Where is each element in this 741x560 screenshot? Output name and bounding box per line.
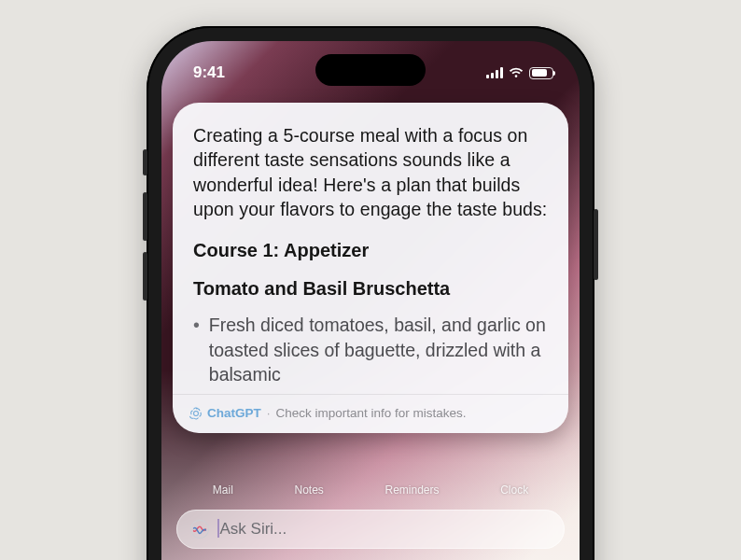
wifi-icon [509,67,524,78]
svg-point-0 [194,411,199,415]
text-caret [217,519,219,538]
bullet-text: Fresh diced tomatoes, basil, and garlic … [209,313,548,386]
iphone-frame: 9:41 Creating a 5-course meal with a foc… [147,26,594,560]
provider-name: ChatGPT [207,406,261,420]
app-label-notes[interactable]: Notes [294,483,323,497]
dish-heading: Tomato and Basil Bruschetta [193,276,548,301]
side-button [594,209,598,280]
separator-dot: · [267,406,271,420]
chatgpt-icon [189,407,203,420]
app-label-mail[interactable]: Mail [213,483,233,497]
dynamic-island [315,54,426,86]
volume-up-button [143,192,147,241]
screen: 9:41 Creating a 5-course meal with a foc… [161,41,580,560]
ring-switch [143,149,147,175]
volume-down-button [143,252,147,301]
siri-response-card[interactable]: Creating a 5-course meal with a focus on… [173,103,568,433]
list-item: • Fresh diced tomatoes, basil, and garli… [193,313,548,386]
app-label-clock[interactable]: Clock [500,483,528,497]
course-heading: Course 1: Appetizer [193,238,548,263]
siri-placeholder-text: Ask Siri... [220,520,287,538]
siri-placeholder: Ask Siri... [217,520,287,539]
status-time: 9:41 [193,63,225,82]
response-intro-text: Creating a 5-course meal with a focus on… [193,123,548,221]
provider-chip[interactable]: ChatGPT [189,406,261,420]
app-labels-row: Mail Notes Reminders Clock [161,483,580,497]
siri-input[interactable]: Ask Siri... [176,510,565,549]
app-label-reminders[interactable]: Reminders [384,483,439,497]
siri-orb-icon [189,519,210,539]
cellular-signal-icon [486,67,503,78]
status-indicators [486,67,553,79]
bullet-icon: • [193,313,200,386]
response-attribution: ChatGPT · Check important info for mista… [173,394,568,433]
disclaimer-text: Check important info for mistakes. [276,406,467,420]
battery-icon [529,67,553,79]
